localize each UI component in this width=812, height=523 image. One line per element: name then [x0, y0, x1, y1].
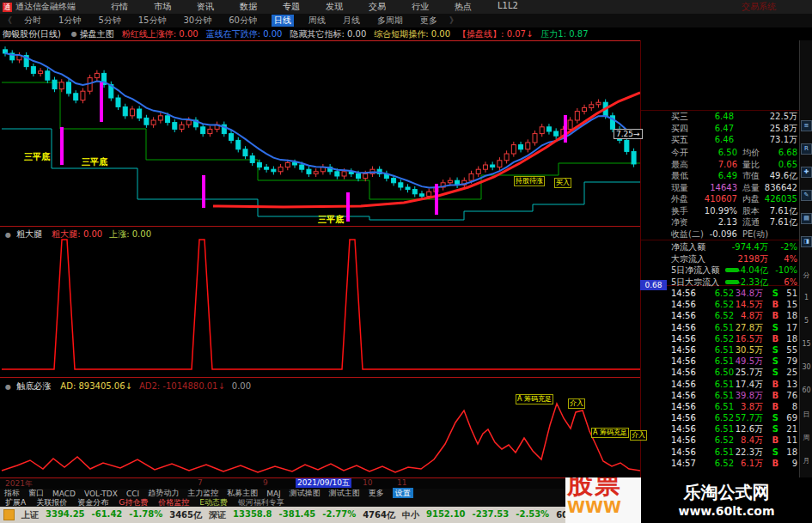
date-label: 9	[263, 478, 268, 487]
tick-price: 6.51	[698, 423, 734, 435]
index-quote[interactable]: 9152.10	[426, 509, 466, 521]
panel3-title: ● 触底必涨 AD: 893405.06↓AD2: -1014880.01↓0.…	[3, 380, 258, 392]
index-quote[interactable]: 3394.25	[46, 509, 85, 521]
period-tab-5分钟[interactable]: 5分钟	[95, 15, 123, 27]
index-quote[interactable]: -61.42	[92, 509, 123, 521]
period-tab-15分钟[interactable]: 15分钟	[136, 15, 169, 27]
indicator-value: 粉红线上涨停: 0.00	[122, 28, 198, 40]
index-quote[interactable]: -2.77%	[322, 509, 356, 521]
tick-price: 6.52	[698, 299, 734, 310]
menu-item[interactable]: 数据	[240, 1, 257, 13]
tick-count: 76	[786, 390, 797, 401]
panel2-title: ● 粗大腿 粗大腿: 0.00上涨: 0.00	[3, 228, 158, 240]
strip-period-月[interactable]: 月	[800, 456, 812, 465]
tick-price: 6.51	[698, 447, 734, 458]
strip-period-60[interactable]: 60	[800, 386, 812, 394]
index-quote[interactable]: -2.53%	[516, 509, 549, 521]
menu-item[interactable]: 资讯	[197, 1, 214, 13]
info-label: 市值	[742, 170, 760, 182]
flow-percent: 6%	[784, 277, 797, 289]
period-tab-分时[interactable]: 分时	[21, 15, 44, 27]
tick-volume: 4.8万	[741, 310, 763, 321]
tick-time: 14:57	[671, 458, 696, 469]
strip-period-分[interactable]: 分	[800, 271, 812, 280]
menu-item[interactable]: 交易	[369, 1, 386, 13]
flow-label: 5日大宗流入	[671, 277, 719, 289]
tick-direction: S	[772, 412, 778, 423]
tool-icon-6[interactable]: ◨	[801, 236, 812, 247]
tool-icon-3[interactable]: ✚	[801, 167, 812, 178]
flow-value: -2.33亿	[737, 277, 768, 289]
period-tab-日线[interactable]: 日线	[272, 15, 294, 27]
strip-period-30[interactable]: 30	[800, 363, 812, 371]
strip-period-15[interactable]: 15	[800, 340, 812, 348]
flow-label: 5日净流入额	[671, 265, 719, 277]
info-row: 今开 6.50 均价 6.68	[641, 147, 812, 159]
panel3-name[interactable]: 触底必涨	[16, 381, 51, 391]
pattern-label: 三平底	[318, 214, 344, 226]
stock-title[interactable]: 御银股份(日线)	[3, 28, 61, 40]
info-label: 最低	[671, 170, 688, 182]
index-quote[interactable]: 3465亿	[169, 509, 202, 521]
info-row: 收益(二) -0.096 PE(动)	[641, 228, 812, 240]
period-tab-60分钟[interactable]: 60分钟	[226, 15, 259, 27]
stock-info: 今开 6.50 均价 6.68 最高 7.06 量比 0.65 最低 6.49 …	[641, 147, 812, 240]
tool-icon-4[interactable]: ✎	[801, 190, 812, 201]
period-tab-多周期[interactable]: 多周期	[375, 15, 406, 27]
flow-label: 净流入额	[671, 241, 705, 253]
panel2-name[interactable]: 粗大腿	[16, 229, 42, 239]
tick-price: 6.52	[698, 310, 734, 321]
tick-price: 6.51	[698, 401, 734, 412]
period-tab-月线[interactable]: 月线	[340, 15, 363, 27]
main-indicator-name[interactable]: 操盘主图	[80, 28, 114, 40]
tick-row: 14:56 6.52 8.4万 B 11	[641, 435, 812, 446]
strip-period-周[interactable]: 周	[800, 433, 812, 442]
next-chevron-icon[interactable]: 》	[449, 15, 458, 27]
chart-area[interactable]	[0, 40, 640, 478]
strip-period-1[interactable]: 1	[800, 294, 812, 301]
tick-count: 79	[786, 356, 797, 367]
strip-period-5[interactable]: 5	[800, 317, 812, 325]
period-tab-30分钟[interactable]: 30分钟	[180, 15, 214, 27]
menu-right-label[interactable]: 交易系统	[742, 1, 776, 13]
index-quote[interactable]: -381.45	[279, 509, 316, 521]
info-label: 换手	[671, 205, 688, 217]
pattern-label: 三平底	[24, 151, 50, 163]
info-value: 49.6亿	[770, 170, 797, 182]
tick-volume: 34.8万	[736, 288, 763, 299]
index-quote[interactable]: 4764亿	[363, 509, 395, 521]
strip-period-日[interactable]: 日	[800, 410, 812, 419]
menu-item[interactable]: 市场	[154, 1, 171, 13]
indicator-value: 蓝线在下跌停: 0.00	[206, 28, 283, 40]
menu-item[interactable]: 发现	[326, 1, 343, 13]
tick-time: 14:56	[671, 412, 696, 423]
menu-item[interactable]: L1L2	[498, 1, 518, 13]
index-quote[interactable]: 中小	[402, 509, 419, 521]
menu-item[interactable]: 热点	[455, 1, 472, 13]
tick-count: 11	[786, 435, 797, 446]
index-quote[interactable]: -237.53	[473, 509, 510, 521]
menu-item[interactable]: 行业	[412, 1, 429, 13]
tool-icon-2[interactable]: R	[801, 143, 812, 155]
period-tab-周线[interactable]: 周线	[306, 15, 328, 27]
info-label: 股本	[742, 205, 760, 217]
market-grid-icon[interactable]	[3, 509, 15, 520]
menu-item[interactable]: 专题	[283, 1, 300, 13]
prev-chevron-icon[interactable]: 《	[3, 15, 12, 27]
tick-row: 14:56 6.52 4.8万 B 18	[641, 310, 812, 321]
tool-icon-5[interactable]: ▤	[801, 213, 812, 224]
index-quote[interactable]: 深证	[209, 509, 226, 521]
index-quote[interactable]: -1.78%	[129, 509, 162, 521]
info-value: 7.06	[693, 159, 737, 171]
fund-flow-row: 5日净流入额 -4.04亿 -10%	[641, 265, 812, 277]
tick-list[interactable]: 14:56 6.52 34.8万 S 51 14:56 6.52 14.5万 B…	[641, 288, 812, 469]
tool-icon-1[interactable]: ≡	[801, 120, 812, 131]
index-quote[interactable]: 上证	[21, 509, 39, 521]
period-tab-1分钟[interactable]: 1分钟	[56, 15, 83, 27]
tick-volume: 6.1万	[741, 458, 763, 469]
menu-item[interactable]: 行情	[111, 1, 128, 13]
tick-price: 6.52	[698, 288, 734, 299]
index-quote[interactable]: 13358.8	[233, 509, 272, 521]
period-tab-更多[interactable]: 更多	[418, 15, 440, 27]
tick-volume: 3.8万	[741, 401, 763, 412]
